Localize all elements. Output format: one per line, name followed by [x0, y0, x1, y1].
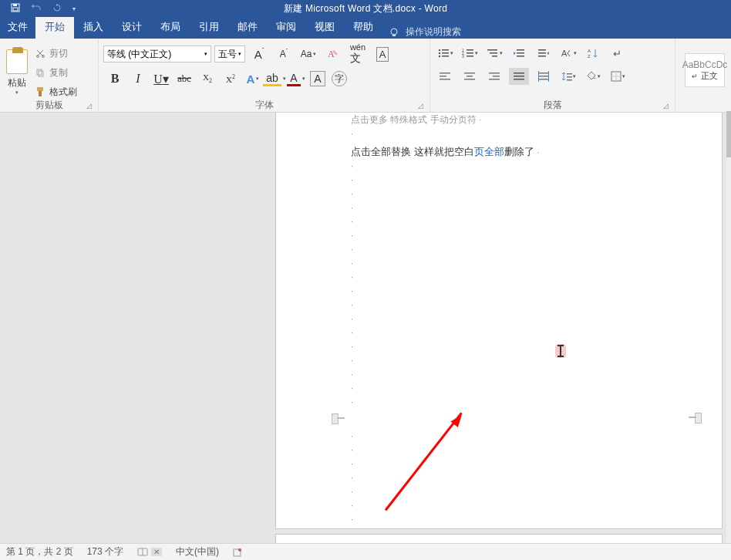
- show-marks-button[interactable]: ↵: [608, 45, 628, 62]
- tab-layout[interactable]: 布局: [151, 15, 190, 39]
- tab-mail[interactable]: 邮件: [228, 15, 267, 39]
- asian-layout-button[interactable]: A▾: [558, 45, 578, 62]
- italic-button[interactable]: I: [126, 72, 150, 86]
- phonetic-guide-button[interactable]: wén文: [347, 45, 369, 63]
- clipboard-icon: [6, 49, 28, 74]
- format-painter-button[interactable]: 格式刷: [35, 86, 77, 99]
- shrink-font-button[interactable]: Aˇ: [273, 45, 295, 63]
- line-spacing-button[interactable]: ▾: [558, 68, 578, 85]
- redo-icon[interactable]: [52, 4, 62, 14]
- svg-rect-46: [514, 73, 524, 74]
- hyperlink[interactable]: 页全部: [474, 146, 504, 157]
- status-language[interactable]: 中文(中国): [176, 545, 219, 558]
- bullets-button[interactable]: ▾: [435, 45, 455, 62]
- paste-button[interactable]: 粘贴 ▾: [5, 45, 32, 96]
- sort-button[interactable]: AZ: [583, 45, 603, 62]
- status-proofing[interactable]: ✕: [137, 548, 162, 557]
- tell-me[interactable]: 操作说明搜索: [382, 25, 461, 39]
- tab-insert[interactable]: 插入: [74, 15, 113, 39]
- shading-icon: [586, 71, 597, 82]
- align-right-icon: [489, 72, 500, 81]
- book-icon: [137, 548, 148, 557]
- document-content[interactable]: 点击更多 特殊格式 手动分页符 · · 点击全部替换 这样就把空白页全部删除了 …: [351, 113, 706, 409]
- dialog-launcher-icon[interactable]: ◿: [661, 101, 670, 110]
- underline-button[interactable]: U▾: [150, 72, 173, 86]
- paragraph-marks: ···· ···: [351, 429, 353, 526]
- svg-point-14: [438, 52, 440, 54]
- increase-indent-button[interactable]: [534, 45, 554, 62]
- tab-references[interactable]: 引用: [190, 15, 228, 39]
- subscript-button[interactable]: X2: [196, 73, 219, 84]
- style-normal[interactable]: AaBbCcDc ↵ 正文: [685, 53, 725, 87]
- bold-button[interactable]: B: [103, 72, 126, 86]
- status-macro[interactable]: [233, 548, 242, 557]
- tab-design[interactable]: 设计: [113, 15, 151, 39]
- page-margin-handle-right: [688, 413, 702, 422]
- tab-home[interactable]: 开始: [35, 15, 74, 39]
- ribbon: 粘贴 ▾ 剪切 复制 格式刷 剪贴板 ◿: [0, 39, 731, 113]
- svg-rect-31: [538, 52, 546, 54]
- svg-text:A: A: [561, 49, 568, 58]
- align-justify-button[interactable]: [509, 68, 529, 85]
- char-shading-button[interactable]: A: [307, 69, 328, 88]
- svg-rect-9: [37, 87, 43, 91]
- clear-formatting-button[interactable]: A: [322, 45, 344, 63]
- undo-icon[interactable]: [31, 4, 42, 13]
- shading-button[interactable]: ▾: [583, 68, 603, 85]
- dialog-launcher-icon[interactable]: ◿: [416, 101, 425, 110]
- format-painter-label: 格式刷: [49, 86, 77, 99]
- svg-rect-47: [514, 76, 524, 77]
- dialog-launcher-icon[interactable]: ◿: [84, 101, 93, 110]
- font-name-combo[interactable]: 等线 (中文正文) ▾: [103, 46, 211, 62]
- decrease-indent-button[interactable]: [509, 45, 529, 62]
- font-color-button[interactable]: A▾: [285, 69, 307, 88]
- status-word-count[interactable]: 173 个字: [87, 545, 123, 558]
- tab-view[interactable]: 视图: [305, 15, 344, 39]
- document-area[interactable]: 点击更多 特殊格式 手动分页符 · · 点击全部替换 这样就把空白页全部删除了 …: [0, 113, 731, 545]
- cut-button[interactable]: 剪切: [35, 47, 77, 60]
- save-icon[interactable]: [11, 3, 20, 14]
- highlight-button[interactable]: ab▾: [264, 69, 285, 88]
- qat-customize-icon[interactable]: ▾: [72, 5, 76, 12]
- status-page[interactable]: 第 1 页，共 2 页: [6, 545, 73, 558]
- svg-rect-41: [467, 76, 473, 77]
- pilcrow-icon: ↵: [612, 48, 623, 59]
- format-painter-icon: [35, 86, 45, 97]
- tab-file[interactable]: 文件: [0, 15, 35, 39]
- superscript-button[interactable]: X2: [219, 73, 242, 84]
- char-border-button[interactable]: A: [372, 45, 393, 63]
- align-left-button[interactable]: [435, 68, 455, 85]
- numbering-button[interactable]: 123▾: [460, 45, 480, 62]
- sort-icon: AZ: [588, 48, 598, 59]
- vertical-scrollbar[interactable]: [726, 111, 731, 543]
- copy-button[interactable]: 复制: [35, 66, 77, 79]
- text-effects-button[interactable]: A▾: [242, 69, 264, 88]
- strikethrough-button[interactable]: abc: [173, 73, 196, 85]
- svg-text:A: A: [588, 49, 591, 53]
- enclose-char-button[interactable]: 字: [328, 69, 350, 88]
- align-right-button[interactable]: [484, 68, 504, 85]
- borders-button[interactable]: ▾: [608, 68, 628, 85]
- svg-rect-4: [392, 35, 396, 36]
- text-line: 点击全部替换 这样就把空白: [351, 146, 474, 157]
- change-case-button[interactable]: Aa▾: [298, 45, 319, 63]
- align-center-button[interactable]: [460, 68, 480, 85]
- chevron-down-icon: ▾: [15, 89, 19, 96]
- borders-icon: [611, 71, 622, 82]
- svg-text:3: 3: [462, 54, 464, 59]
- svg-rect-26: [492, 56, 497, 57]
- tab-review[interactable]: 审阅: [267, 15, 305, 39]
- multilevel-list-button[interactable]: ▾: [484, 45, 504, 62]
- svg-rect-17: [442, 56, 449, 57]
- copy-label: 复制: [49, 66, 68, 79]
- scrollbar-thumb[interactable]: [726, 111, 731, 157]
- align-left-icon: [440, 72, 450, 81]
- tab-help[interactable]: 帮助: [344, 15, 382, 39]
- svg-point-16: [438, 56, 440, 57]
- font-size-combo[interactable]: 五号 ▾: [214, 46, 245, 62]
- group-styles: AaBbCcDc ↵ 正文: [675, 39, 729, 112]
- ribbon-tabs: 文件 开始 插入 设计 布局 引用 邮件 审阅 视图 帮助 操作说明搜索: [0, 17, 731, 39]
- quick-access-toolbar: ▾: [0, 3, 76, 14]
- grow-font-button[interactable]: Aˆ: [248, 45, 270, 63]
- distributed-button[interactable]: [534, 68, 554, 85]
